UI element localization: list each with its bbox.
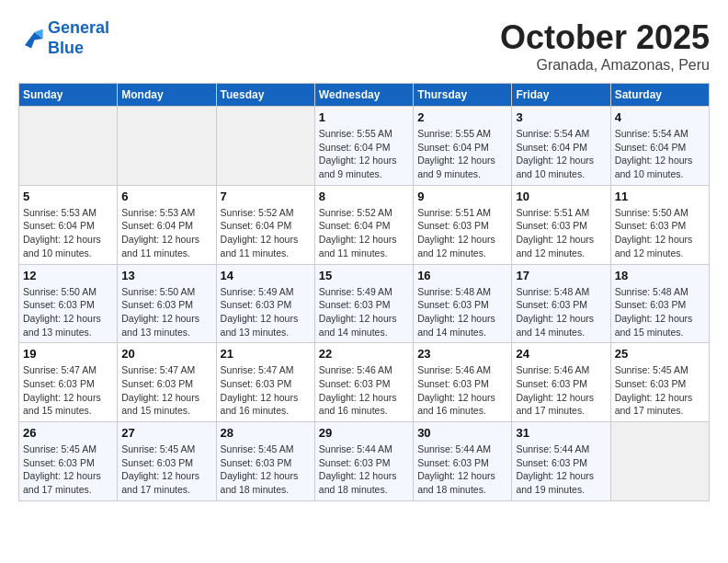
day-info: Sunrise: 5:50 AMSunset: 6:03 PMDaylight:… — [121, 285, 211, 339]
title-block: October 2025 Granada, Amazonas, Peru — [500, 18, 710, 74]
day-info: Sunrise: 5:47 AMSunset: 6:03 PMDaylight:… — [121, 363, 211, 418]
calendar-week-row: 1Sunrise: 5:55 AMSunset: 6:04 PMDaylight… — [19, 107, 710, 186]
day-number: 9 — [417, 190, 507, 203]
table-row: 11Sunrise: 5:50 AMSunset: 6:03 PMDayligh… — [610, 185, 709, 264]
table-row: 7Sunrise: 5:52 AMSunset: 6:04 PMDaylight… — [216, 185, 314, 264]
table-row: 29Sunrise: 5:44 AMSunset: 6:03 PMDayligh… — [314, 422, 413, 501]
calendar-week-row: 12Sunrise: 5:50 AMSunset: 6:03 PMDayligh… — [19, 264, 710, 343]
day-number: 22 — [319, 347, 409, 361]
day-info: Sunrise: 5:45 AMSunset: 6:03 PMDaylight:… — [615, 363, 705, 418]
table-row: 27Sunrise: 5:45 AMSunset: 6:03 PMDayligh… — [118, 422, 216, 501]
day-number: 2 — [417, 110, 507, 124]
table-row: 4Sunrise: 5:54 AMSunset: 6:04 PMDaylight… — [610, 107, 709, 186]
table-row: 13Sunrise: 5:50 AMSunset: 6:03 PMDayligh… — [118, 264, 216, 343]
month-title: October 2025 — [500, 18, 710, 57]
col-sunday: Sunday — [19, 84, 118, 107]
col-saturday: Saturday — [610, 84, 709, 107]
table-row: 21Sunrise: 5:47 AMSunset: 6:03 PMDayligh… — [216, 343, 314, 422]
day-info: Sunrise: 5:54 AMSunset: 6:04 PMDaylight:… — [615, 127, 705, 181]
table-row: 31Sunrise: 5:44 AMSunset: 6:03 PMDayligh… — [512, 422, 610, 501]
day-number: 26 — [23, 426, 113, 440]
day-info: Sunrise: 5:50 AMSunset: 6:03 PMDaylight:… — [23, 285, 113, 339]
table-row: 10Sunrise: 5:51 AMSunset: 6:03 PMDayligh… — [512, 185, 610, 264]
day-number: 6 — [121, 190, 211, 203]
day-info: Sunrise: 5:53 AMSunset: 6:04 PMDaylight:… — [23, 206, 113, 260]
table-row — [610, 422, 709, 501]
table-row: 8Sunrise: 5:52 AMSunset: 6:04 PMDaylight… — [314, 185, 413, 264]
day-info: Sunrise: 5:44 AMSunset: 6:03 PMDaylight:… — [516, 442, 606, 497]
day-number: 7 — [221, 190, 311, 203]
day-info: Sunrise: 5:51 AMSunset: 6:03 PMDaylight:… — [417, 206, 507, 260]
day-info: Sunrise: 5:48 AMSunset: 6:03 PMDaylight:… — [615, 285, 705, 339]
day-number: 8 — [319, 190, 409, 203]
day-info: Sunrise: 5:52 AMSunset: 6:04 PMDaylight:… — [221, 206, 311, 260]
day-info: Sunrise: 5:44 AMSunset: 6:03 PMDaylight:… — [417, 442, 507, 497]
page-header: General Blue October 2025 Granada, Amazo… — [18, 18, 710, 74]
location-subtitle: Granada, Amazonas, Peru — [500, 57, 710, 74]
day-number: 17 — [516, 269, 606, 282]
table-row — [19, 107, 118, 186]
col-tuesday: Tuesday — [216, 84, 314, 107]
table-row: 24Sunrise: 5:46 AMSunset: 6:03 PMDayligh… — [512, 343, 610, 422]
day-number: 25 — [615, 347, 705, 361]
day-number: 29 — [319, 426, 409, 440]
day-info: Sunrise: 5:47 AMSunset: 6:03 PMDaylight:… — [221, 363, 311, 418]
day-number: 30 — [417, 426, 507, 440]
table-row: 5Sunrise: 5:53 AMSunset: 6:04 PMDaylight… — [19, 185, 118, 264]
day-info: Sunrise: 5:47 AMSunset: 6:03 PMDaylight:… — [23, 363, 113, 418]
table-row: 6Sunrise: 5:53 AMSunset: 6:04 PMDaylight… — [118, 185, 216, 264]
day-number: 27 — [121, 426, 211, 440]
day-number: 3 — [516, 110, 606, 124]
calendar-week-row: 19Sunrise: 5:47 AMSunset: 6:03 PMDayligh… — [19, 343, 710, 422]
calendar-week-row: 5Sunrise: 5:53 AMSunset: 6:04 PMDaylight… — [19, 185, 710, 264]
day-number: 4 — [615, 110, 705, 124]
day-number: 1 — [319, 110, 409, 124]
col-wednesday: Wednesday — [314, 84, 413, 107]
table-row: 17Sunrise: 5:48 AMSunset: 6:03 PMDayligh… — [512, 264, 610, 343]
table-row: 30Sunrise: 5:44 AMSunset: 6:03 PMDayligh… — [414, 422, 512, 501]
day-info: Sunrise: 5:45 AMSunset: 6:03 PMDaylight:… — [221, 442, 311, 497]
day-info: Sunrise: 5:46 AMSunset: 6:03 PMDaylight:… — [319, 363, 409, 418]
day-number: 24 — [516, 347, 606, 361]
table-row: 2Sunrise: 5:55 AMSunset: 6:04 PMDaylight… — [414, 107, 512, 186]
table-row: 9Sunrise: 5:51 AMSunset: 6:03 PMDaylight… — [414, 185, 512, 264]
calendar-header-row: Sunday Monday Tuesday Wednesday Thursday… — [19, 84, 710, 107]
table-row: 16Sunrise: 5:48 AMSunset: 6:03 PMDayligh… — [414, 264, 512, 343]
day-number: 18 — [615, 269, 705, 282]
day-number: 16 — [417, 269, 507, 282]
table-row: 20Sunrise: 5:47 AMSunset: 6:03 PMDayligh… — [118, 343, 216, 422]
day-number: 5 — [23, 190, 113, 203]
day-info: Sunrise: 5:50 AMSunset: 6:03 PMDaylight:… — [615, 206, 705, 260]
table-row: 14Sunrise: 5:49 AMSunset: 6:03 PMDayligh… — [216, 264, 314, 343]
day-info: Sunrise: 5:44 AMSunset: 6:03 PMDaylight:… — [319, 442, 409, 497]
day-info: Sunrise: 5:46 AMSunset: 6:03 PMDaylight:… — [516, 363, 606, 418]
day-info: Sunrise: 5:45 AMSunset: 6:03 PMDaylight:… — [121, 442, 211, 497]
table-row: 28Sunrise: 5:45 AMSunset: 6:03 PMDayligh… — [216, 422, 314, 501]
day-info: Sunrise: 5:46 AMSunset: 6:03 PMDaylight:… — [417, 363, 507, 418]
col-monday: Monday — [118, 84, 216, 107]
day-number: 13 — [121, 269, 211, 282]
calendar-week-row: 26Sunrise: 5:45 AMSunset: 6:03 PMDayligh… — [19, 422, 710, 501]
calendar-table: Sunday Monday Tuesday Wednesday Thursday… — [18, 83, 710, 501]
day-info: Sunrise: 5:53 AMSunset: 6:04 PMDaylight:… — [121, 206, 211, 260]
day-info: Sunrise: 5:49 AMSunset: 6:03 PMDaylight:… — [319, 285, 409, 339]
table-row: 1Sunrise: 5:55 AMSunset: 6:04 PMDaylight… — [314, 107, 413, 186]
table-row: 18Sunrise: 5:48 AMSunset: 6:03 PMDayligh… — [610, 264, 709, 343]
logo: General Blue — [18, 18, 109, 58]
table-row: 22Sunrise: 5:46 AMSunset: 6:03 PMDayligh… — [314, 343, 413, 422]
day-info: Sunrise: 5:49 AMSunset: 6:03 PMDaylight:… — [221, 285, 311, 339]
col-thursday: Thursday — [414, 84, 512, 107]
day-info: Sunrise: 5:45 AMSunset: 6:03 PMDaylight:… — [23, 442, 113, 497]
logo-icon — [18, 26, 44, 52]
col-friday: Friday — [512, 84, 610, 107]
table-row — [216, 107, 314, 186]
day-number: 19 — [23, 347, 113, 361]
table-row: 23Sunrise: 5:46 AMSunset: 6:03 PMDayligh… — [414, 343, 512, 422]
day-info: Sunrise: 5:55 AMSunset: 6:04 PMDaylight:… — [319, 127, 409, 181]
day-number: 11 — [615, 190, 705, 203]
day-info: Sunrise: 5:48 AMSunset: 6:03 PMDaylight:… — [417, 285, 507, 339]
day-number: 10 — [516, 190, 606, 203]
day-info: Sunrise: 5:55 AMSunset: 6:04 PMDaylight:… — [417, 127, 507, 181]
day-info: Sunrise: 5:52 AMSunset: 6:04 PMDaylight:… — [319, 206, 409, 260]
day-info: Sunrise: 5:51 AMSunset: 6:03 PMDaylight:… — [516, 206, 606, 260]
